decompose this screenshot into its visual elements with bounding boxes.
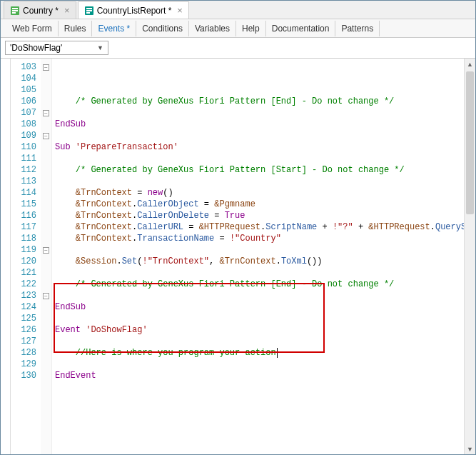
code-line[interactable]: Sub 'PrepareTransaction' — [52, 141, 475, 153]
code-line[interactable]: EndEvent — [52, 370, 475, 381]
code-line[interactable] — [52, 153, 475, 164]
line-number: 130 — [11, 370, 36, 381]
code-line[interactable] — [52, 336, 475, 347]
code-line[interactable] — [52, 130, 475, 141]
code-line[interactable]: &TrnContext.CallerURL = &HTTPRequest.Scr… — [52, 221, 475, 233]
fold-marker — [41, 119, 51, 130]
code-line[interactable]: /* Generated by GeneXus Fiori Pattern [E… — [52, 279, 475, 290]
line-number-gutter: 1031041051061071081091101111121131141151… — [11, 59, 41, 455]
fold-marker — [41, 73, 51, 84]
code-line[interactable]: //Here is where you program your action — [52, 347, 475, 359]
code-editor[interactable]: 1031041051061071081091101111121131141151… — [1, 59, 475, 455]
fold-collapse-icon[interactable]: − — [43, 247, 49, 254]
fold-marker — [41, 233, 51, 244]
code-line[interactable] — [52, 393, 475, 404]
svg-rect-6 — [86, 10, 92, 11]
code-line[interactable]: &TrnContext.CallerOnDelete = True — [52, 210, 475, 221]
section-tab-patterns[interactable]: Patterns — [335, 21, 380, 36]
document-tabs: Country *×CountryListReport *× — [1, 1, 475, 19]
line-number: 105 — [11, 84, 36, 96]
line-number: 103 — [11, 61, 36, 73]
tab-label: Country * — [23, 6, 59, 16]
document-tab-1[interactable]: CountryListReport *× — [78, 1, 189, 19]
line-number: 106 — [11, 96, 36, 107]
fold-gutter[interactable]: −−−−− — [41, 59, 52, 455]
svg-rect-5 — [86, 8, 92, 9]
code-line[interactable]: EndSub — [52, 301, 475, 313]
vertical-scrollbar[interactable]: ▲ ▼ — [464, 59, 475, 455]
code-line[interactable]: /* Generated by GeneXus Fiori Pattern [S… — [52, 164, 475, 176]
breakpoint-gutter[interactable] — [1, 59, 11, 455]
section-tab-web-form[interactable]: Web Form — [6, 21, 59, 36]
line-number: 127 — [11, 336, 36, 347]
document-tab-0[interactable]: Country *× — [4, 1, 76, 19]
scroll-thumb[interactable] — [466, 71, 474, 214]
code-line[interactable] — [52, 290, 475, 301]
scroll-up-arrow[interactable]: ▲ — [465, 59, 475, 70]
section-tab-help[interactable]: Help — [236, 21, 266, 36]
fold-marker[interactable]: − — [41, 290, 51, 301]
line-number: 110 — [11, 141, 36, 153]
code-line[interactable]: &TrnContext.TransactionName = !"Country" — [52, 233, 475, 244]
line-number: 113 — [11, 176, 36, 187]
fold-marker — [41, 324, 51, 336]
code-line[interactable] — [52, 107, 475, 119]
event-dropdown[interactable]: 'DoShowFlag' ▼ — [5, 41, 108, 55]
fold-collapse-icon[interactable]: − — [43, 110, 49, 116]
fold-marker — [41, 153, 51, 164]
fold-marker[interactable]: − — [41, 107, 51, 119]
fold-marker — [41, 347, 51, 359]
code-line[interactable]: &TrnContext = new() — [52, 187, 475, 199]
code-line[interactable]: /* Generated by GeneXus Fiori Pattern [E… — [52, 96, 475, 107]
fold-marker — [41, 96, 51, 107]
line-number: 108 — [11, 119, 36, 130]
section-tab-documentation[interactable]: Documentation — [266, 21, 336, 36]
svg-rect-2 — [12, 10, 18, 11]
section-tab-conditions[interactable]: Conditions — [136, 21, 189, 36]
line-number: 118 — [11, 233, 36, 244]
line-number: 112 — [11, 164, 36, 176]
fold-collapse-icon[interactable]: − — [43, 64, 49, 71]
fold-marker — [41, 301, 51, 313]
line-number: 117 — [11, 221, 36, 233]
section-tab-variables[interactable]: Variables — [189, 21, 236, 36]
code-line[interactable]: EndSub — [52, 119, 475, 130]
code-line[interactable] — [52, 267, 475, 279]
fold-marker — [41, 370, 51, 381]
code-line[interactable] — [52, 313, 475, 324]
code-line[interactable]: &Session.Set(!"TrnContext", &TrnContext.… — [52, 256, 475, 267]
svg-rect-7 — [86, 12, 90, 14]
section-tab-events-[interactable]: Events * — [92, 21, 136, 36]
fold-marker[interactable]: − — [41, 130, 51, 141]
code-line[interactable] — [52, 381, 475, 393]
fold-marker — [41, 359, 51, 370]
close-icon[interactable]: × — [177, 5, 183, 16]
section-tabs: Web FormRulesEvents *ConditionsVariables… — [1, 19, 475, 38]
code-line[interactable]: Event 'DoShowFlag' — [52, 324, 475, 336]
line-number: 115 — [11, 199, 36, 210]
fold-marker[interactable]: − — [41, 61, 51, 73]
fold-marker — [41, 336, 51, 347]
line-number: 116 — [11, 210, 36, 221]
code-content[interactable]: /* Generated by GeneXus Fiori Pattern [E… — [52, 59, 475, 455]
fold-marker[interactable]: − — [41, 244, 51, 256]
fold-collapse-icon[interactable]: − — [43, 293, 49, 299]
code-line[interactable] — [52, 176, 475, 187]
fold-marker — [41, 210, 51, 221]
fold-marker — [41, 267, 51, 279]
code-line[interactable] — [52, 244, 475, 256]
fold-marker — [41, 199, 51, 210]
section-tab-rules[interactable]: Rules — [59, 21, 93, 36]
code-line[interactable] — [52, 404, 475, 416]
scroll-down-arrow[interactable]: ▼ — [465, 444, 475, 455]
tab-label: CountryListReport * — [97, 6, 172, 16]
code-line[interactable]: &TrnContext.CallerObject = &Pgmname — [52, 199, 475, 210]
fold-collapse-icon[interactable]: − — [43, 133, 49, 139]
fold-marker — [41, 84, 51, 96]
line-number: 124 — [11, 301, 36, 313]
close-icon[interactable]: × — [64, 5, 70, 16]
fold-marker — [41, 187, 51, 199]
line-number: 107 — [11, 107, 36, 119]
code-line[interactable] — [52, 359, 475, 370]
fold-marker — [41, 313, 51, 324]
